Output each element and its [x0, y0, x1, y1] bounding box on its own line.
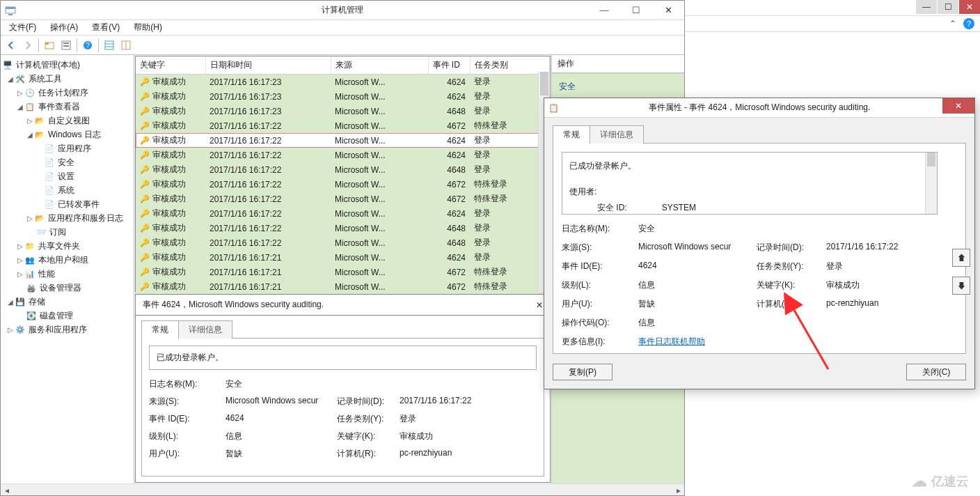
- tree-disk-mgmt[interactable]: 💽磁盘管理: [1, 309, 134, 323]
- col-eventid[interactable]: 事件 ID: [428, 56, 470, 75]
- event-row[interactable]: 🔑审核成功2017/1/16 16:17:22Microsoft W...467…: [136, 192, 550, 206]
- msg-scrollbar[interactable]: [925, 153, 937, 214]
- tree-log-setup[interactable]: 📄设置: [1, 169, 134, 183]
- close-button[interactable]: ✕: [652, 3, 684, 18]
- tree-device-manager[interactable]: 🖨️设备管理器: [1, 281, 134, 295]
- dlg-val-level: 信息: [638, 279, 757, 291]
- event-row[interactable]: 🔑审核成功2017/1/16 16:17:22Microsoft W...467…: [136, 118, 550, 133]
- dialog-close-ok-button[interactable]: 关闭(C): [906, 364, 966, 380]
- tree-log-forwarded[interactable]: 📄已转发事件: [1, 197, 134, 211]
- forward-button[interactable]: [20, 38, 35, 53]
- event-row[interactable]: 🔑审核成功2017/1/16 16:17:22Microsoft W...462…: [136, 206, 550, 221]
- scroll-right-button[interactable]: ▸: [672, 484, 684, 496]
- key-icon: 🔑: [140, 165, 150, 173]
- properties-button[interactable]: [58, 38, 74, 53]
- tree-subscriptions[interactable]: 📨订阅: [1, 225, 134, 239]
- next-event-button[interactable]: 🡇: [952, 277, 970, 295]
- help-icon[interactable]: ?: [963, 18, 974, 29]
- svg-rect-7: [63, 45, 69, 47]
- event-row[interactable]: 🔑审核成功2017/1/16 16:17:22Microsoft W...462…: [136, 148, 550, 162]
- lbl-logname: 日志名称(M):: [149, 378, 226, 390]
- svg-rect-10: [105, 41, 113, 49]
- maximize-button[interactable]: ☐: [620, 3, 652, 18]
- val-computer: pc-renzhiyuan: [400, 448, 537, 460]
- event-icon: 📋: [548, 103, 559, 113]
- tree-log-system[interactable]: 📄系统: [1, 183, 134, 197]
- event-row[interactable]: 🔑审核成功2017/1/16 16:17:22Microsoft W...462…: [136, 133, 550, 148]
- key-icon: 🔑: [140, 92, 150, 100]
- dialog-close-button[interactable]: ✕: [942, 98, 974, 114]
- lbl-source: 来源(S):: [149, 396, 226, 408]
- compmgmt-icon: 🖥️: [2, 59, 13, 70]
- val-logged: 2017/1/16 16:17:22: [400, 396, 537, 408]
- event-row[interactable]: 🔑审核成功2017/1/16 16:17:22Microsoft W...467…: [136, 177, 550, 192]
- minimize-button[interactable]: —: [588, 3, 620, 18]
- help-button[interactable]: ?: [80, 38, 95, 53]
- close-preview-icon[interactable]: ✕: [536, 300, 543, 310]
- actions-header: 操作: [552, 55, 684, 73]
- col-source[interactable]: 来源: [331, 56, 428, 75]
- tree-log-application[interactable]: 📄应用程序: [1, 141, 134, 155]
- up-button[interactable]: [42, 38, 57, 53]
- menu-help[interactable]: 帮助(H): [128, 20, 168, 35]
- event-row[interactable]: 🔑审核成功2017/1/16 16:17:21Microsoft W...467…: [136, 279, 550, 294]
- tree-pane[interactable]: 🖥️计算机管理(本地) ◢🛠️系统工具 ▷🕒任务计划程序 ◢📋事件查看器 ▷📂自…: [1, 55, 134, 483]
- folder-icon: 📂: [34, 129, 45, 140]
- tree-task-scheduler[interactable]: ▷🕒任务计划程序: [1, 86, 134, 100]
- tree-custom-views[interactable]: ▷📂自定义视图: [1, 114, 134, 127]
- col-datetime[interactable]: 日期和时间: [205, 56, 331, 75]
- event-row[interactable]: 🔑审核成功2017/1/16 16:17:23Microsoft W...462…: [136, 89, 550, 104]
- device-icon: 🖨️: [26, 282, 37, 293]
- tree-app-svc-logs[interactable]: ▷📂应用程序和服务日志: [1, 211, 134, 225]
- dlg-val-opcode: 信息: [638, 317, 757, 329]
- event-row[interactable]: 🔑审核成功2017/1/16 16:17:22Microsoft W...464…: [136, 162, 550, 177]
- tree-performance[interactable]: ▷📊性能: [1, 267, 134, 281]
- event-grid: 关键字 日期和时间 来源 事件 ID 任务类别 🔑审核成功2017/1/16 1…: [135, 56, 551, 293]
- dlg-tab-general[interactable]: 常规: [553, 125, 590, 144]
- event-preview: 事件 4624，Microsoft Windows security audit…: [135, 294, 551, 483]
- tree-storage[interactable]: ◢💾存储: [1, 295, 134, 309]
- tree-services-apps[interactable]: ▷⚙️服务和应用程序: [1, 323, 134, 336]
- tree-local-users[interactable]: ▷👥本地用户和组: [1, 253, 134, 267]
- col-keyword[interactable]: 关键字: [136, 56, 205, 75]
- side-minimize-button[interactable]: —: [916, 0, 937, 14]
- tree-shared-folders[interactable]: ▷📁共享文件夹: [1, 239, 134, 253]
- tree-systools[interactable]: ◢🛠️系统工具: [1, 72, 134, 86]
- menu-file[interactable]: 文件(F): [3, 20, 42, 35]
- lbl-user: 用户(U):: [149, 448, 226, 460]
- tab-details[interactable]: 详细信息: [178, 320, 232, 339]
- tree-event-viewer[interactable]: ◢📋事件查看器: [1, 100, 134, 114]
- event-row[interactable]: 🔑审核成功2017/1/16 16:17:23Microsoft W...464…: [136, 104, 550, 118]
- window-title: 计算机管理: [322, 4, 363, 16]
- view-detail-button[interactable]: [118, 38, 134, 53]
- event-row[interactable]: 🔑审核成功2017/1/16 16:17:22Microsoft W...464…: [136, 221, 550, 235]
- tree-windows-logs[interactable]: ◢📂Windows 日志: [1, 127, 134, 141]
- event-row[interactable]: 🔑审核成功2017/1/16 16:17:21Microsoft W...462…: [136, 250, 550, 265]
- menu-action[interactable]: 操作(A): [45, 20, 84, 35]
- event-row[interactable]: 🔑审核成功2017/1/16 16:17:22Microsoft W...464…: [136, 235, 550, 250]
- dlg-tab-details[interactable]: 详细信息: [590, 125, 644, 144]
- dlg-val-computer: pc-renzhiyuan: [826, 298, 938, 310]
- chevron-expand-icon[interactable]: ⌃: [949, 19, 956, 29]
- menu-view[interactable]: 查看(V): [86, 20, 125, 35]
- svg-text:?: ?: [86, 42, 90, 49]
- dlg-link-moreinfo[interactable]: 事件日志联机帮助: [638, 336, 757, 348]
- lbl-taskcat: 任务类别(Y):: [337, 413, 400, 425]
- view-list-button[interactable]: [102, 38, 117, 53]
- side-maximize-button[interactable]: ☐: [938, 0, 958, 14]
- copy-button[interactable]: 复制(P): [553, 364, 612, 380]
- dlg-lbl-opcode: 操作代码(O):: [562, 317, 638, 329]
- tree-log-security[interactable]: 📄安全: [1, 155, 134, 169]
- dlg-lbl-taskcat: 任务类别(Y):: [757, 261, 826, 272]
- prev-event-button[interactable]: 🡅: [952, 249, 970, 267]
- event-row[interactable]: 🔑审核成功2017/1/16 16:17:21Microsoft W...467…: [136, 265, 550, 279]
- scroll-left-button[interactable]: ◂: [1, 484, 13, 496]
- horizontal-scrollbar[interactable]: ◂ ▸: [1, 483, 684, 495]
- tab-general[interactable]: 常规: [141, 320, 179, 339]
- back-button[interactable]: [3, 38, 19, 53]
- event-row[interactable]: 🔑审核成功2017/1/16 16:17:23Microsoft W...462…: [136, 75, 550, 90]
- tree-root[interactable]: 🖥️计算机管理(本地): [1, 58, 134, 72]
- side-close-button[interactable]: ✕: [959, 0, 980, 14]
- dlg-lbl-computer: 计算机(R):: [757, 298, 826, 310]
- share-icon: 📁: [24, 240, 35, 251]
